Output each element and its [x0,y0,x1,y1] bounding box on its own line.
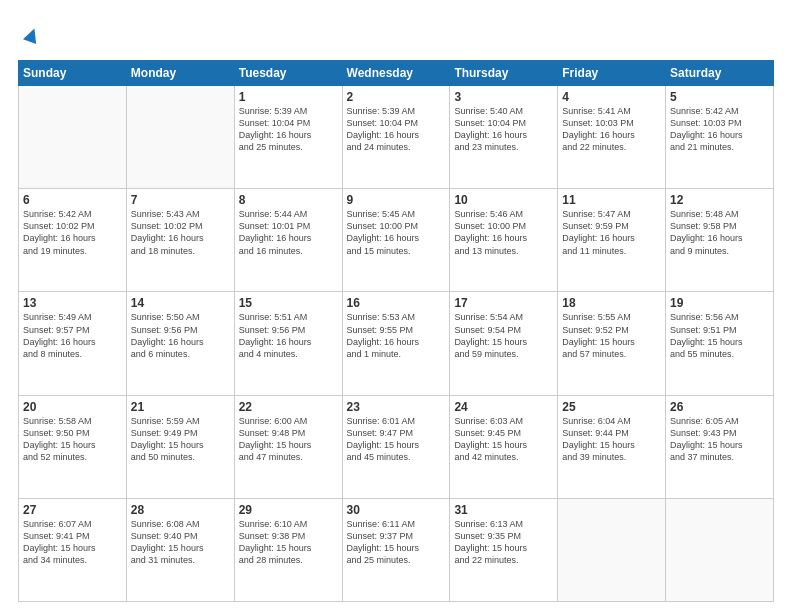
calendar-cell: 6Sunrise: 5:42 AM Sunset: 10:02 PM Dayli… [19,189,127,292]
day-info: Sunrise: 5:44 AM Sunset: 10:01 PM Daylig… [239,208,338,257]
calendar-day-header: Friday [558,61,666,86]
calendar-cell: 5Sunrise: 5:42 AM Sunset: 10:03 PM Dayli… [666,86,774,189]
calendar-cell: 19Sunrise: 5:56 AM Sunset: 9:51 PM Dayli… [666,292,774,395]
calendar-day-header: Thursday [450,61,558,86]
calendar-cell: 31Sunrise: 6:13 AM Sunset: 9:35 PM Dayli… [450,498,558,601]
day-info: Sunrise: 5:51 AM Sunset: 9:56 PM Dayligh… [239,311,338,360]
day-number: 14 [131,296,230,310]
day-info: Sunrise: 6:11 AM Sunset: 9:37 PM Dayligh… [347,518,446,567]
day-info: Sunrise: 5:54 AM Sunset: 9:54 PM Dayligh… [454,311,553,360]
day-info: Sunrise: 5:43 AM Sunset: 10:02 PM Daylig… [131,208,230,257]
calendar-cell: 17Sunrise: 5:54 AM Sunset: 9:54 PM Dayli… [450,292,558,395]
calendar-cell: 16Sunrise: 5:53 AM Sunset: 9:55 PM Dayli… [342,292,450,395]
day-info: Sunrise: 6:07 AM Sunset: 9:41 PM Dayligh… [23,518,122,567]
calendar-cell: 24Sunrise: 6:03 AM Sunset: 9:45 PM Dayli… [450,395,558,498]
day-number: 20 [23,400,122,414]
calendar-cell: 28Sunrise: 6:08 AM Sunset: 9:40 PM Dayli… [126,498,234,601]
calendar-cell: 8Sunrise: 5:44 AM Sunset: 10:01 PM Dayli… [234,189,342,292]
day-number: 24 [454,400,553,414]
day-info: Sunrise: 5:59 AM Sunset: 9:49 PM Dayligh… [131,415,230,464]
calendar-cell: 30Sunrise: 6:11 AM Sunset: 9:37 PM Dayli… [342,498,450,601]
day-info: Sunrise: 6:04 AM Sunset: 9:44 PM Dayligh… [562,415,661,464]
calendar-week-row: 1Sunrise: 5:39 AM Sunset: 10:04 PM Dayli… [19,86,774,189]
calendar-cell: 29Sunrise: 6:10 AM Sunset: 9:38 PM Dayli… [234,498,342,601]
calendar-cell: 4Sunrise: 5:41 AM Sunset: 10:03 PM Dayli… [558,86,666,189]
calendar-cell: 18Sunrise: 5:55 AM Sunset: 9:52 PM Dayli… [558,292,666,395]
calendar-cell: 22Sunrise: 6:00 AM Sunset: 9:48 PM Dayli… [234,395,342,498]
day-number: 1 [239,90,338,104]
day-info: Sunrise: 5:46 AM Sunset: 10:00 PM Daylig… [454,208,553,257]
day-info: Sunrise: 6:13 AM Sunset: 9:35 PM Dayligh… [454,518,553,567]
day-info: Sunrise: 5:49 AM Sunset: 9:57 PM Dayligh… [23,311,122,360]
day-number: 2 [347,90,446,104]
calendar-week-row: 27Sunrise: 6:07 AM Sunset: 9:41 PM Dayli… [19,498,774,601]
day-info: Sunrise: 6:10 AM Sunset: 9:38 PM Dayligh… [239,518,338,567]
day-number: 28 [131,503,230,517]
logo [18,18,43,50]
calendar-week-row: 6Sunrise: 5:42 AM Sunset: 10:02 PM Dayli… [19,189,774,292]
day-info: Sunrise: 5:50 AM Sunset: 9:56 PM Dayligh… [131,311,230,360]
calendar-cell: 3Sunrise: 5:40 AM Sunset: 10:04 PM Dayli… [450,86,558,189]
page: SundayMondayTuesdayWednesdayThursdayFrid… [0,0,792,612]
calendar-cell: 9Sunrise: 5:45 AM Sunset: 10:00 PM Dayli… [342,189,450,292]
day-info: Sunrise: 5:58 AM Sunset: 9:50 PM Dayligh… [23,415,122,464]
calendar-day-header: Wednesday [342,61,450,86]
day-number: 15 [239,296,338,310]
calendar-cell [126,86,234,189]
calendar-cell [666,498,774,601]
calendar-header-row: SundayMondayTuesdayWednesdayThursdayFrid… [19,61,774,86]
calendar-cell: 1Sunrise: 5:39 AM Sunset: 10:04 PM Dayli… [234,86,342,189]
day-info: Sunrise: 5:39 AM Sunset: 10:04 PM Daylig… [239,105,338,154]
calendar-cell: 23Sunrise: 6:01 AM Sunset: 9:47 PM Dayli… [342,395,450,498]
calendar-cell: 20Sunrise: 5:58 AM Sunset: 9:50 PM Dayli… [19,395,127,498]
day-info: Sunrise: 6:01 AM Sunset: 9:47 PM Dayligh… [347,415,446,464]
calendar-cell [558,498,666,601]
calendar-cell: 7Sunrise: 5:43 AM Sunset: 10:02 PM Dayli… [126,189,234,292]
day-number: 19 [670,296,769,310]
day-number: 12 [670,193,769,207]
day-number: 11 [562,193,661,207]
calendar-cell: 2Sunrise: 5:39 AM Sunset: 10:04 PM Dayli… [342,86,450,189]
day-info: Sunrise: 5:45 AM Sunset: 10:00 PM Daylig… [347,208,446,257]
day-info: Sunrise: 5:48 AM Sunset: 9:58 PM Dayligh… [670,208,769,257]
day-number: 17 [454,296,553,310]
day-info: Sunrise: 6:00 AM Sunset: 9:48 PM Dayligh… [239,415,338,464]
calendar-day-header: Monday [126,61,234,86]
day-info: Sunrise: 5:42 AM Sunset: 10:03 PM Daylig… [670,105,769,154]
day-number: 18 [562,296,661,310]
calendar-cell: 26Sunrise: 6:05 AM Sunset: 9:43 PM Dayli… [666,395,774,498]
day-number: 25 [562,400,661,414]
day-number: 9 [347,193,446,207]
calendar-cell: 12Sunrise: 5:48 AM Sunset: 9:58 PM Dayli… [666,189,774,292]
logo-icon [21,24,43,50]
day-number: 7 [131,193,230,207]
day-number: 5 [670,90,769,104]
day-number: 3 [454,90,553,104]
calendar-week-row: 13Sunrise: 5:49 AM Sunset: 9:57 PM Dayli… [19,292,774,395]
calendar-cell: 25Sunrise: 6:04 AM Sunset: 9:44 PM Dayli… [558,395,666,498]
day-info: Sunrise: 5:42 AM Sunset: 10:02 PM Daylig… [23,208,122,257]
calendar-day-header: Saturday [666,61,774,86]
day-info: Sunrise: 5:41 AM Sunset: 10:03 PM Daylig… [562,105,661,154]
calendar-table: SundayMondayTuesdayWednesdayThursdayFrid… [18,60,774,602]
day-number: 23 [347,400,446,414]
calendar-cell: 11Sunrise: 5:47 AM Sunset: 9:59 PM Dayli… [558,189,666,292]
day-number: 10 [454,193,553,207]
header [18,18,774,50]
day-info: Sunrise: 5:55 AM Sunset: 9:52 PM Dayligh… [562,311,661,360]
calendar-cell: 13Sunrise: 5:49 AM Sunset: 9:57 PM Dayli… [19,292,127,395]
day-info: Sunrise: 5:53 AM Sunset: 9:55 PM Dayligh… [347,311,446,360]
day-number: 8 [239,193,338,207]
day-info: Sunrise: 6:05 AM Sunset: 9:43 PM Dayligh… [670,415,769,464]
calendar-day-header: Tuesday [234,61,342,86]
calendar-cell: 15Sunrise: 5:51 AM Sunset: 9:56 PM Dayli… [234,292,342,395]
day-number: 13 [23,296,122,310]
day-number: 22 [239,400,338,414]
day-number: 4 [562,90,661,104]
day-number: 16 [347,296,446,310]
svg-marker-0 [23,26,41,44]
day-info: Sunrise: 5:56 AM Sunset: 9:51 PM Dayligh… [670,311,769,360]
calendar-cell: 10Sunrise: 5:46 AM Sunset: 10:00 PM Dayl… [450,189,558,292]
day-number: 26 [670,400,769,414]
day-number: 29 [239,503,338,517]
